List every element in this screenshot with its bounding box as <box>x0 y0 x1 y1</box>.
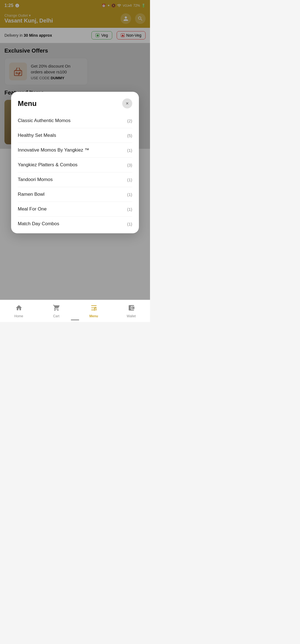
menu-item-name-3: Yangkiez Platters & Combos <box>18 162 78 168</box>
menu-item-name-7: Match Day Combos <box>18 221 59 227</box>
home-label: Home <box>14 314 23 318</box>
wallet-icon <box>128 304 135 313</box>
menu-item-2[interactable]: Innovative Momos By Yangkiez ™ (1) <box>18 143 132 158</box>
close-modal-button[interactable]: × <box>122 98 132 108</box>
menu-item-count-0: (2) <box>127 118 132 123</box>
home-icon <box>15 304 22 313</box>
menu-item-3[interactable]: Yangkiez Platters & Combos (3) <box>18 158 132 172</box>
nav-item-menu[interactable]: Menu <box>75 302 112 320</box>
menu-item-name-1: Healthy Set Meals <box>18 133 56 138</box>
menu-item-count-2: (1) <box>127 148 132 153</box>
menu-item-count-4: (1) <box>127 177 132 182</box>
menu-item-name-6: Meal For One <box>18 206 47 212</box>
menu-nav-icon <box>90 304 98 313</box>
menu-item-7[interactable]: Match Day Combos (1) <box>18 217 132 228</box>
menu-modal: Menu × Classic Authentic Momos (2) Healt… <box>11 92 139 233</box>
bottom-nav-bar <box>71 319 79 320</box>
menu-item-count-7: (1) <box>127 222 132 226</box>
nav-item-wallet[interactable]: Wallet <box>112 302 150 320</box>
svg-rect-5 <box>91 305 97 306</box>
menu-item-name-0: Classic Authentic Momos <box>18 118 71 123</box>
nav-item-cart[interactable]: Cart <box>38 302 75 320</box>
cart-icon <box>53 304 60 313</box>
menu-item-count-3: (3) <box>127 163 132 167</box>
menu-item-count-1: (5) <box>127 133 132 138</box>
bottom-nav: Home Cart Menu <box>0 300 150 322</box>
menu-item-1[interactable]: Healthy Set Meals (5) <box>18 128 132 143</box>
menu-item-4[interactable]: Tandoori Momos (1) <box>18 172 132 187</box>
menu-item-0[interactable]: Classic Authentic Momos (2) <box>18 113 132 128</box>
wallet-label: Wallet <box>127 314 136 318</box>
menu-item-count-6: (1) <box>127 207 132 212</box>
menu-list: Classic Authentic Momos (2) Healthy Set … <box>18 113 132 228</box>
menu-label: Menu <box>89 314 98 318</box>
menu-item-6[interactable]: Meal For One (1) <box>18 202 132 217</box>
cart-label: Cart <box>53 314 59 318</box>
modal-header: Menu × <box>18 98 132 108</box>
menu-item-name-4: Tandoori Momos <box>18 177 53 182</box>
menu-item-name-5: Ramen Bowl <box>18 192 44 197</box>
menu-item-count-5: (1) <box>127 192 132 197</box>
modal-title: Menu <box>18 99 37 108</box>
menu-item-name-2: Innovative Momos By Yangkiez ™ <box>18 147 89 153</box>
nav-item-home[interactable]: Home <box>0 302 38 320</box>
menu-item-5[interactable]: Ramen Bowl (1) <box>18 187 132 202</box>
